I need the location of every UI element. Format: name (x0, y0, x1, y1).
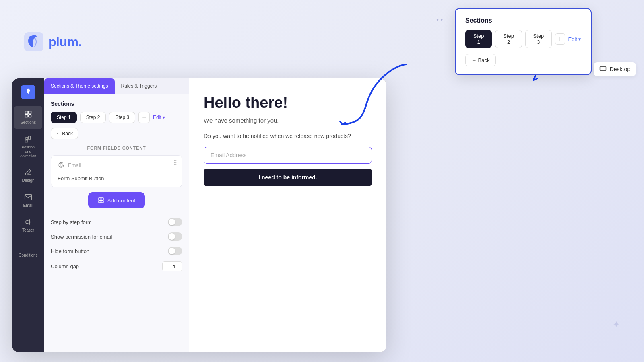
sidebar-item-email[interactable]: Email (14, 189, 42, 212)
svg-rect-5 (29, 115, 31, 117)
sidebar-item-teaser[interactable]: Teaser (14, 214, 42, 237)
floating-steps-row: Step 1 Step 2 Step 3 + Edit ▾ (465, 30, 581, 48)
desktop-icon (599, 66, 607, 73)
editor-middle-panel: Sections & Theme settings Rules & Trigge… (44, 78, 189, 352)
preview-panel: Hello there! We have something for you. … (189, 78, 386, 352)
panel-steps-row: Step 1 Step 2 Step 3 + Edit▾ (51, 112, 182, 123)
preview-content: Hello there! We have something for you. … (189, 78, 386, 352)
sidebar-item-design[interactable]: Design (14, 164, 42, 187)
svg-rect-2 (25, 111, 28, 114)
toggle-step-by-step[interactable] (168, 218, 182, 226)
floating-step-3[interactable]: Step 3 (525, 30, 552, 48)
panel-edit-button[interactable]: Edit▾ (153, 115, 165, 120)
drag-handle-email[interactable]: ⠿ (173, 160, 177, 166)
floating-edit-button[interactable]: Edit ▾ (568, 36, 581, 42)
logo-text: plum. (48, 35, 82, 49)
floating-back-button[interactable]: ← Back (465, 54, 496, 66)
email-input-field: Email (58, 161, 175, 169)
svg-rect-4 (25, 115, 28, 117)
layers-icon (24, 135, 33, 144)
add-content-button[interactable]: Add content (88, 192, 145, 208)
toggle-permission-email[interactable] (168, 232, 182, 241)
svg-point-7 (60, 164, 62, 166)
megaphone-icon (24, 218, 33, 226)
sidebar-email-label: Email (23, 203, 33, 208)
toggle-row-step-by-step: Step by step form (51, 215, 182, 229)
sidebar-teaser-label: Teaser (22, 228, 34, 233)
list-icon (24, 243, 33, 251)
floating-sections-card: Sections Step 1 Step 2 Step 3 + Edit ▾ ←… (455, 8, 592, 75)
sidebar-item-conditions[interactable]: Conditions (14, 239, 42, 262)
svg-rect-6 (25, 195, 32, 200)
panel-step-3[interactable]: Step 3 (109, 112, 135, 123)
sidebar-sections-label: Sections (21, 120, 36, 125)
logo-area: plum. (24, 32, 258, 51)
grid-icon (24, 110, 33, 119)
tab-rules-triggers[interactable]: Rules & Triggers (115, 78, 163, 94)
panel-sections-title: Sections (51, 101, 182, 107)
toggle-row-hide-form: Hide form button (51, 244, 182, 258)
sidebar-design-label: Design (22, 178, 34, 183)
decor-star-1: ✦ (613, 319, 620, 330)
form-fields-header: FORM FIELDS CONTENT (51, 146, 182, 150)
toggle-row-permission-email: Show permission for email (51, 229, 182, 244)
svg-rect-1 (600, 66, 606, 71)
svg-rect-8 (99, 198, 101, 200)
email-field-label: Email (68, 162, 81, 168)
svg-rect-10 (99, 201, 101, 203)
preview-hello-text: Hello there! (204, 95, 372, 111)
sidebar-logo (21, 85, 35, 99)
column-gap-input[interactable] (162, 261, 182, 272)
panel-add-step-button[interactable]: + (138, 112, 150, 123)
preview-question-text: Do you want to be notified when we relea… (204, 132, 372, 140)
pen-icon (24, 168, 33, 177)
at-icon (58, 161, 65, 169)
svg-rect-11 (101, 201, 103, 203)
floating-step-2[interactable]: Step 2 (495, 30, 522, 48)
editor-container: Sections PositionandAnimation Design (12, 78, 386, 352)
email-field-card: ⠿ Email Form Submit Button (51, 155, 182, 187)
toggle-hide-form[interactable] (168, 247, 182, 255)
panel-step-2[interactable]: Step 2 (80, 112, 106, 123)
form-submit-label: Form Submit Button (58, 175, 175, 181)
tab-sections-theme[interactable]: Sections & Theme settings (44, 78, 115, 94)
sidebar-position-label: PositionandAnimation (20, 145, 36, 158)
toggle-section: Step by step form Show permission for em… (51, 213, 182, 276)
preview-email-input: Email Address (204, 147, 372, 164)
mail-icon (24, 193, 33, 202)
editor-sidebar: Sections PositionandAnimation Design (12, 78, 44, 352)
panel-step-1[interactable]: Step 1 (51, 112, 77, 123)
panel-back-button[interactable]: ← Back (51, 128, 78, 139)
floating-add-step-button[interactable]: + (555, 33, 565, 45)
plum-logo-icon (24, 32, 43, 51)
sidebar-item-position-animation[interactable]: PositionandAnimation (14, 131, 42, 162)
desktop-label[interactable]: Desktop (594, 62, 636, 76)
preview-submit-button[interactable]: I need to be informed. (204, 169, 372, 186)
svg-rect-0 (24, 32, 43, 51)
floating-card-title: Sections (465, 17, 581, 24)
decor-dots-2: • • (436, 16, 443, 23)
panel-sections-area: Sections Step 1 Step 2 Step 3 + Edit▾ ← … (44, 94, 189, 283)
tab-bar: Sections & Theme settings Rules & Trigge… (44, 78, 189, 94)
preview-sub-text: We have something for you. (204, 117, 372, 124)
floating-step-1[interactable]: Step 1 (465, 30, 492, 48)
sidebar-item-sections[interactable]: Sections (14, 106, 42, 129)
svg-rect-9 (101, 198, 103, 200)
svg-rect-3 (29, 111, 31, 114)
sidebar-conditions-label: Conditions (19, 253, 37, 258)
column-gap-row: Column gap (51, 258, 182, 275)
add-content-icon (98, 197, 104, 204)
